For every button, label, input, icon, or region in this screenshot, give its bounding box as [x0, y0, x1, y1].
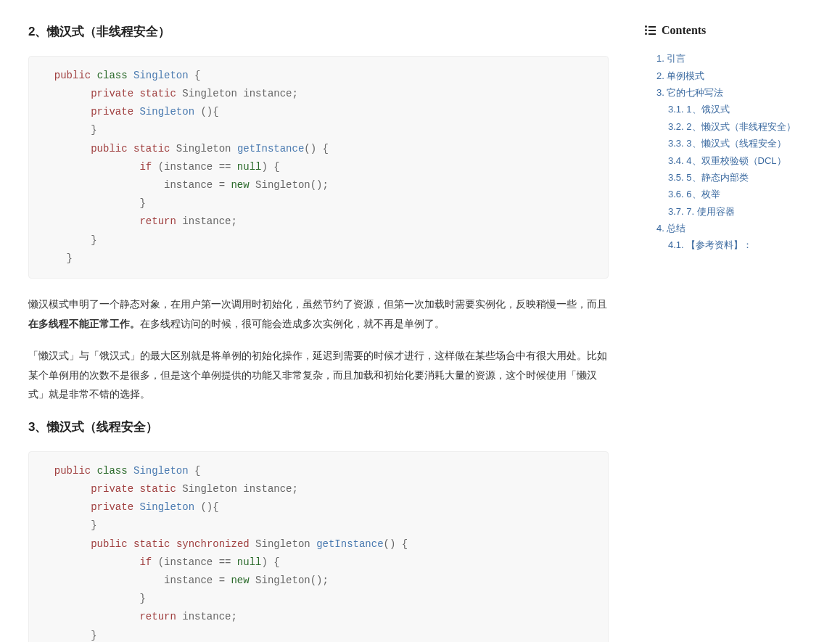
toc-sidebar: Contents 1. 引言 2. 单例模式 3. 它的七种写法 3.1. 1、… [645, 15, 826, 642]
t: (instance == [152, 161, 237, 173]
toc-link[interactable]: 3.1. 1、饿汉式 [668, 104, 730, 115]
kw: private [91, 88, 133, 99]
t: } [42, 593, 146, 604]
t: } [42, 197, 146, 209]
t: () { [304, 143, 329, 155]
toc-link[interactable]: 2. 单例模式 [656, 70, 704, 81]
kw: public [91, 143, 127, 155]
heading-lazy-unsafe: 2、懒汉式（非线程安全） [28, 22, 609, 43]
kw: if [139, 556, 152, 568]
kw: null [237, 161, 262, 173]
t: (instance == [152, 556, 237, 568]
t: instance = [42, 179, 231, 191]
list-icon [645, 25, 656, 35]
bold-text: 在多线程不能正常工作。 [28, 318, 140, 329]
toc-link[interactable]: 3.4. 4、双重校验锁（DCL） [668, 155, 786, 166]
kw: public [54, 70, 91, 81]
t: Singleton instance; [176, 88, 298, 99]
kw: null [237, 556, 262, 568]
t: Singleton(); [250, 179, 329, 191]
t: } [42, 124, 97, 136]
toc-title: Contents [662, 20, 706, 40]
t: (){ [194, 501, 219, 513]
kw: private [91, 106, 133, 118]
kw: return [139, 611, 176, 622]
fn: getInstance [316, 538, 383, 550]
kw: new [231, 179, 249, 191]
toc-list: 1. 引言 2. 单例模式 3. 它的七种写法 3.1. 1、饿汉式 3.2. … [645, 50, 826, 254]
t: } [42, 630, 97, 641]
toc-link[interactable]: 3. 它的七种写法 [656, 87, 723, 98]
kw: static [139, 483, 176, 495]
kw: return [139, 215, 176, 227]
t: Singleton instance; [176, 483, 298, 495]
kw: static [133, 143, 170, 155]
code-pre: public class Singleton { private static … [42, 67, 595, 268]
t: 在多线程访问的时候，很可能会造成多次实例化，就不再是单例了。 [140, 318, 445, 329]
cls: Singleton [133, 465, 189, 477]
kw: private [91, 501, 133, 513]
kw: public [54, 465, 91, 477]
toc-link[interactable]: 3.3. 3、懒汉式（线程安全） [668, 138, 786, 149]
kw: public [91, 538, 127, 550]
toc-header: Contents [645, 20, 826, 40]
t: { [189, 465, 201, 477]
t: Singleton [250, 538, 316, 550]
t: Singleton [170, 143, 236, 155]
toc-link[interactable]: 3.7. 7. 使用容器 [668, 206, 735, 217]
t: () { [384, 538, 408, 550]
code-block-lazy-unsafe: public class Singleton { private static … [28, 56, 609, 279]
toc-nav: 1. 引言 2. 单例模式 3. 它的七种写法 3.1. 1、饿汉式 3.2. … [645, 50, 826, 254]
toc-link[interactable]: 4. 总结 [656, 223, 685, 234]
kw: private [91, 483, 133, 495]
t: instance; [176, 611, 237, 622]
t: ) { [261, 161, 279, 173]
toc-link[interactable]: 3.5. 5、静态内部类 [668, 172, 749, 183]
t: { [189, 70, 201, 81]
cls: Singleton [139, 501, 194, 513]
article-main: 2、懒汉式（非线程安全） public class Singleton { pr… [14, 15, 623, 642]
kw: static [133, 538, 170, 550]
cls: Singleton [133, 70, 189, 81]
kw: if [139, 161, 152, 173]
t: instance; [176, 215, 237, 227]
cls: Singleton [139, 106, 194, 118]
t: } [42, 234, 97, 246]
toc-link[interactable]: 1. 引言 [656, 53, 685, 64]
toc-link[interactable]: 4.1. 【参考资料】： [668, 239, 752, 250]
toc-link[interactable]: 3.2. 2、懒汉式（非线程安全） [668, 121, 796, 132]
t: } [42, 252, 73, 264]
paragraph-1: 懒汉模式申明了一个静态对象，在用户第一次调用时初始化，虽然节约了资源，但第一次加… [28, 295, 609, 333]
t: instance = [42, 575, 231, 586]
kw: class [97, 465, 128, 477]
t: 懒汉模式申明了一个静态对象，在用户第一次调用时初始化，虽然节约了资源，但第一次加… [28, 298, 607, 310]
heading-lazy-safe: 3、懒汉式（线程安全） [28, 417, 609, 438]
kw: static [139, 88, 176, 99]
fn: getInstance [237, 143, 304, 155]
kw: synchronized [176, 538, 250, 550]
paragraph-2: 「懒汉式」与「饿汉式」的最大区别就是将单例的初始化操作，延迟到需要的时候才进行，… [28, 346, 609, 404]
t: } [42, 519, 97, 531]
toc-link[interactable]: 3.6. 6、枚举 [668, 189, 720, 199]
code-block-lazy-safe: public class Singleton { private static … [28, 451, 609, 642]
t: (){ [194, 106, 219, 118]
kw: class [97, 70, 128, 81]
t: ) { [261, 556, 279, 568]
kw: new [231, 575, 249, 586]
t: Singleton(); [250, 575, 329, 586]
code-pre: public class Singleton { private static … [42, 462, 595, 642]
